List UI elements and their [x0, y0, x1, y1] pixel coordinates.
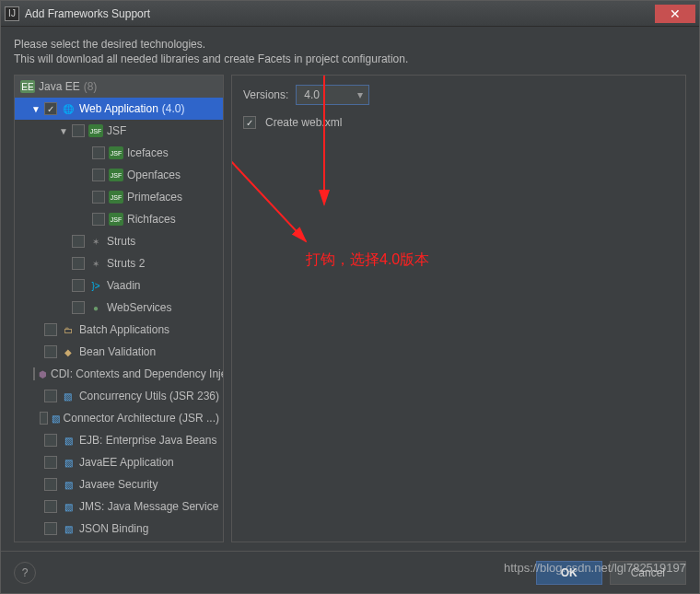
tree-item-checkbox[interactable] [44, 345, 57, 358]
gear-icon: ✶ [88, 257, 103, 270]
framework-tree-scroll[interactable]: EE Java EE (8) ▼🌐Web Application (4.0)▼J… [15, 76, 223, 542]
blue-icon: ▧ [61, 434, 76, 447]
tree-item-checkbox[interactable] [92, 213, 105, 226]
framework-tree-panel: EE Java EE (8) ▼🌐Web Application (4.0)▼J… [14, 75, 224, 542]
tree-item-checkbox[interactable] [44, 500, 57, 513]
create-webxml-checkbox[interactable] [243, 116, 256, 129]
create-webxml-label: Create web.xml [265, 116, 342, 129]
tree-item-checkbox[interactable] [44, 102, 57, 115]
tree-item-checkbox[interactable] [44, 434, 57, 447]
tree-item-label: EJB: Enterprise Java Beans [79, 434, 216, 447]
tree-item-checkbox[interactable] [44, 478, 57, 491]
tree-item-label: Connector Architecture (JSR ...) [64, 412, 219, 425]
blue-icon: ▧ [61, 478, 76, 491]
annotation-arrows [232, 76, 693, 536]
version-select[interactable]: 4.0 [296, 85, 369, 105]
tree-item-label: Javaee Security [79, 478, 158, 491]
jsf-icon: JSF [109, 146, 123, 159]
tree-item-checkbox[interactable] [72, 279, 85, 292]
tree-item-javaee-security[interactable]: ▧Javaee Security [15, 473, 223, 495]
tree-item-icefaces[interactable]: JSFIcefaces [15, 142, 223, 164]
blue-icon: ▧ [61, 522, 76, 535]
description-line-2: This will download all needed libraries … [14, 52, 686, 65]
tree-header-count: (8) [84, 80, 98, 93]
tree-item-vaadin[interactable]: }>Vaadin [15, 274, 223, 297]
tree-item-bean-validation[interactable]: ◆Bean Validation [15, 341, 223, 363]
tree-item-checkbox[interactable] [44, 456, 57, 469]
jsf-icon: JSF [109, 169, 123, 181]
tree-item-label: Richfaces [127, 213, 176, 226]
cdi-icon: ⬢ [39, 367, 47, 380]
expand-arrow-icon[interactable]: ▼ [31, 104, 42, 114]
tree-item-cdi-contexts-and-dependency-injection[interactable]: ⬢CDI: Contexts and Dependency Injection [15, 363, 223, 385]
app-icon: IJ [5, 6, 19, 21]
tree-header-javaee[interactable]: EE Java EE (8) [15, 76, 223, 98]
tree-item-openfaces[interactable]: JSFOpenfaces [15, 164, 223, 186]
tree-item-label: JMS: Java Message Service [79, 500, 218, 513]
gear-icon: ✶ [88, 235, 103, 248]
tree-item-suffix: (4.0) [162, 102, 185, 115]
tree-item-label: JSON Binding [79, 522, 148, 535]
tree-item-label: WebServices [107, 301, 171, 314]
shield-icon: ◆ [61, 345, 76, 358]
tree-item-checkbox[interactable] [72, 235, 85, 248]
tree-item-json-binding[interactable]: ▧JSON Binding [15, 518, 223, 540]
tree-item-label: Web Application [79, 102, 158, 115]
tree-item-jms-java-message-service[interactable]: ▧JMS: Java Message Service [15, 495, 223, 518]
expand-arrow-icon[interactable]: ▼ [59, 126, 70, 136]
tree-item-ejb-enterprise-java-beans[interactable]: ▧EJB: Enterprise Java Beans [15, 429, 223, 451]
tree-item-label: Icefaces [127, 146, 169, 159]
jsf-icon: JSF [88, 124, 103, 137]
tree-item-checkbox[interactable] [72, 257, 85, 270]
description-line-1: Please select the desired technologies. [14, 38, 686, 51]
tree-item-javaee-application[interactable]: ▧JavaEE Application [15, 451, 223, 473]
jsf-icon: JSF [109, 191, 123, 204]
tree-item-batch-applications[interactable]: 🗀Batch Applications [15, 319, 223, 341]
tree-header-label: Java EE [39, 80, 80, 93]
tree-item-checkbox[interactable] [44, 390, 57, 402]
tree-item-checkbox[interactable] [40, 412, 48, 425]
tree-item-jsf[interactable]: ▼JSFJSF [15, 120, 223, 142]
watermark: https://blog.csdn.net/lgl782519197 [504, 561, 686, 575]
javaee-icon: EE [20, 80, 35, 93]
tree-item-label: JavaEE Application [79, 456, 174, 469]
tree-item-label: Batch Applications [79, 323, 169, 336]
tree-item-concurrency-utils-jsr-236-[interactable]: ▧Concurrency Utils (JSR 236) [15, 385, 223, 407]
tree-item-web-application[interactable]: ▼🌐Web Application (4.0) [15, 98, 223, 120]
tree-item-label: Concurrency Utils (JSR 236) [79, 390, 219, 402]
tree-item-webservices[interactable]: ●WebServices [15, 297, 223, 319]
blue-icon: ▧ [52, 412, 60, 425]
tree-item-label: Bean Validation [79, 345, 156, 358]
tree-item-checkbox[interactable] [44, 522, 57, 535]
vaadin-icon: }> [88, 279, 103, 292]
window-title: Add Frameworks Support [25, 7, 150, 20]
tree-item-label: Vaadin [107, 279, 140, 292]
tree-item-richfaces[interactable]: JSFRichfaces [15, 208, 223, 230]
annotation-text: 打钩，选择4.0版本 [306, 250, 429, 270]
tree-item-checkbox[interactable] [33, 367, 35, 380]
tree-item-checkbox[interactable] [44, 323, 57, 336]
tree-item-label: Struts 2 [107, 257, 145, 270]
tree-item-label: Openfaces [127, 169, 181, 181]
details-panel: Versions: 4.0 Create web.xml 打钩，选择4.0版本 [231, 75, 686, 542]
jsf-icon: JSF [109, 213, 123, 226]
close-button[interactable]: ✕ [655, 5, 695, 23]
tree-item-connector-architecture-jsr-[interactable]: ▧Connector Architecture (JSR ...) [15, 407, 223, 429]
tree-item-checkbox[interactable] [92, 146, 105, 159]
folder-icon: 🗀 [61, 323, 76, 336]
titlebar: IJ Add Frameworks Support ✕ [1, 1, 699, 27]
blue-icon: ▧ [61, 390, 76, 402]
help-button[interactable]: ? [14, 562, 36, 584]
tree-item-checkbox[interactable] [92, 169, 105, 181]
tree-item-checkbox[interactable] [72, 124, 85, 137]
tree-item-primefaces[interactable]: JSFPrimefaces [15, 186, 223, 208]
tree-item-checkbox[interactable] [72, 301, 85, 314]
tree-item-checkbox[interactable] [92, 191, 105, 204]
tree-item-struts[interactable]: ✶Struts [15, 230, 223, 252]
tree-item-label: CDI: Contexts and Dependency Injection [51, 367, 223, 380]
blue-icon: ▧ [61, 500, 76, 513]
tree-item-label: Struts [107, 235, 135, 248]
tree-item-label: Primefaces [127, 191, 182, 204]
tree-item-struts-2[interactable]: ✶Struts 2 [15, 252, 223, 274]
web-icon: 🌐 [61, 102, 76, 115]
